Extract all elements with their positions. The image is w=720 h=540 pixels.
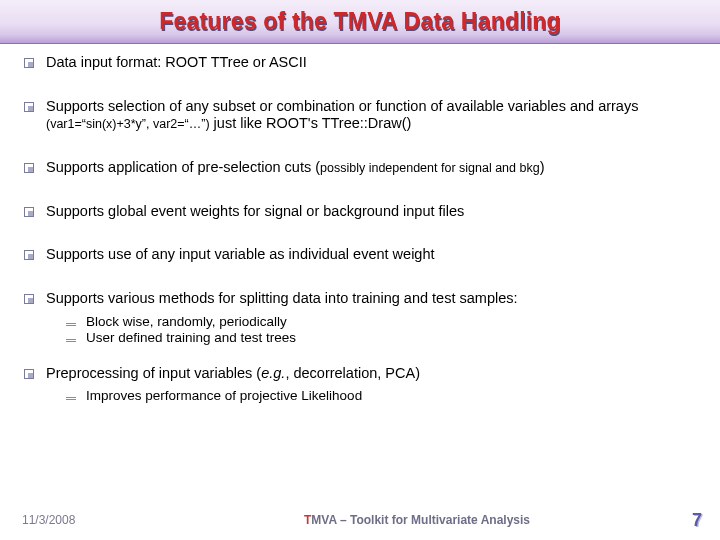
bullet-5: Supports use of any input variable as in… [20,246,700,264]
footer-date: 11/3/2008 [22,513,162,527]
bullet-7-sub-1: Improves performance of projective Likel… [66,388,700,404]
slide-title: Features of the TMVA Data Handling Featu… [159,8,561,35]
square-bullet-icon [24,58,34,68]
bullet-7-text-b: e.g. [261,365,285,381]
bullet-3-text-c: ) [540,159,545,175]
title-bar: Features of the TMVA Data Handling Featu… [0,0,720,44]
square-bullet-icon [24,102,34,112]
bullet-2-text-c: just like ROOT's TTree::Draw() [210,115,412,131]
bullet-2-text-a: Supports selection of any subset or comb… [46,98,638,114]
title-front: Features of the TMVA Data Handling [159,8,561,34]
bullet-3-text: Supports application of pre-selection cu… [46,159,545,177]
footer-center-wrap: TMVA – Toolkit for Multivariate Analysis [162,513,672,527]
footer-center: TMVA – Toolkit for Multivariate Analysis [304,513,530,527]
square-bullet-icon [24,369,34,379]
bullet-1-text: Data input format: ROOT TTree or ASCII [46,54,307,72]
square-bullet-icon [24,294,34,304]
content-area: Data input format: ROOT TTree or ASCII S… [0,44,720,540]
bullet-6-sub-1-text: Block wise, randomly, periodically [86,314,287,330]
bullet-5-text: Supports use of any input variable as in… [46,246,435,264]
bullet-3: Supports application of pre-selection cu… [20,159,700,177]
bullet-6: Supports various methods for splitting d… [20,290,700,308]
bullet-7-text: Preprocessing of input variables (e.g., … [46,365,420,383]
square-bullet-icon [24,163,34,173]
dash-bullet-icon [66,336,76,342]
bullet-2: Supports selection of any subset or comb… [20,98,700,133]
bullet-6-sub-1: Block wise, randomly, periodically [66,314,700,330]
footer-center-t: T [304,513,311,527]
footer: 11/3/2008 TMVA – Toolkit for Multivariat… [0,506,720,540]
page-number-front: 7 [692,510,702,530]
bullet-1: Data input format: ROOT TTree or ASCII [20,54,700,72]
bullet-4-text: Supports global event weights for signal… [46,203,464,221]
bullet-7: Preprocessing of input variables (e.g., … [20,365,700,383]
bullet-6-text: Supports various methods for splitting d… [46,290,518,308]
square-bullet-icon [24,207,34,217]
bullet-2-text: Supports selection of any subset or comb… [46,98,700,133]
square-bullet-icon [24,250,34,260]
slide: Features of the TMVA Data Handling Featu… [0,0,720,540]
dash-bullet-icon [66,320,76,326]
bullet-3-text-a: Supports application of pre-selection cu… [46,159,320,175]
bullet-3-text-b: possibly independent for signal and bkg [320,161,540,175]
bullet-2-text-b: (var1=“sin(x)+3*y”, var2=“…”) [46,117,210,131]
dash-bullet-icon [66,394,76,400]
page-number: 7 7 [672,510,702,531]
bullet-7-sub-1-text: Improves performance of projective Likel… [86,388,362,404]
footer-center-rest: MVA – Toolkit for Multivariate Analysis [311,513,530,527]
bullet-7-text-a: Preprocessing of input variables ( [46,365,261,381]
bullet-7-text-c: , decorrelation, PCA) [285,365,420,381]
bullet-6-sub-2-text: User defined training and test trees [86,330,296,346]
bullet-4: Supports global event weights for signal… [20,203,700,221]
bullet-6-sub-2: User defined training and test trees [66,330,700,346]
